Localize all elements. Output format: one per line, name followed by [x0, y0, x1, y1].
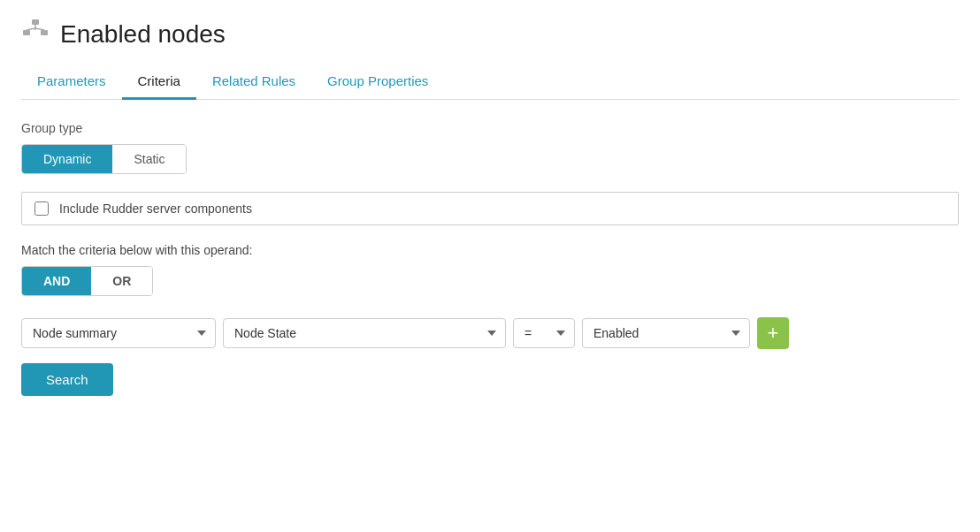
include-server-row: Include Rudder server components — [21, 192, 959, 225]
nodes-icon — [21, 18, 50, 50]
dynamic-button[interactable]: Dynamic — [22, 145, 112, 173]
tab-group-properties[interactable]: Group Properties — [311, 65, 444, 100]
field-select[interactable]: Node summary Node hostname Node ID OS Ag… — [21, 318, 216, 348]
tabs-container: Parameters Criteria Related Rules Group … — [21, 65, 959, 100]
group-type-label: Group type — [21, 121, 959, 135]
group-type-toggle: Dynamic Static — [21, 144, 187, 174]
criteria-row: Node summary Node hostname Node ID OS Ag… — [21, 317, 959, 349]
include-server-label: Include Rudder server components — [59, 201, 252, 216]
operator-select[interactable]: = != < > contains regex — [513, 318, 575, 348]
svg-line-4 — [27, 28, 35, 30]
static-button[interactable]: Static — [112, 145, 186, 173]
tab-criteria[interactable]: Criteria — [122, 65, 196, 100]
include-server-checkbox[interactable] — [34, 201, 49, 216]
tab-parameters[interactable]: Parameters — [21, 65, 122, 100]
page-header: Enabled nodes — [21, 18, 959, 50]
svg-rect-1 — [23, 30, 30, 35]
value-select[interactable]: Enabled Disabled Pending — [582, 318, 750, 348]
group-type-section: Group type Dynamic Static — [21, 121, 959, 174]
or-button[interactable]: OR — [91, 267, 152, 295]
page-container: Enabled nodes Parameters Criteria Relate… — [0, 0, 980, 532]
operand-label: Match the criteria below with this opera… — [21, 243, 959, 257]
tab-related-rules[interactable]: Related Rules — [196, 65, 311, 100]
search-section: Search — [21, 363, 959, 396]
svg-rect-2 — [41, 30, 48, 35]
page-title: Enabled nodes — [60, 20, 226, 49]
operand-section: Match the criteria below with this opera… — [21, 243, 959, 296]
and-button[interactable]: AND — [22, 267, 91, 295]
search-button[interactable]: Search — [21, 363, 113, 396]
svg-rect-0 — [32, 19, 39, 25]
type-select[interactable]: Node State Node hostname OS type OS name — [223, 318, 506, 348]
operand-toggle: AND OR — [21, 266, 153, 296]
add-criteria-button[interactable]: + — [757, 317, 789, 349]
svg-line-5 — [35, 28, 44, 30]
